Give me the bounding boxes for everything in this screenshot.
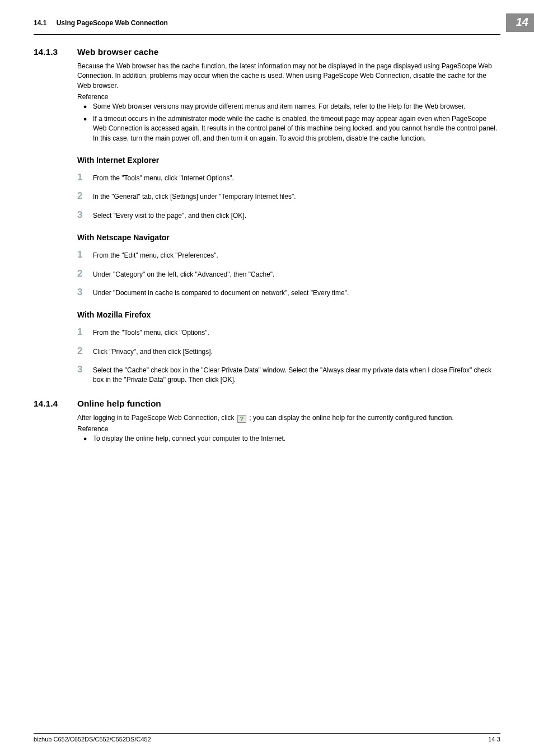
subsection-title-nn: With Netscape Navigator bbox=[77, 233, 500, 242]
step-item: 3Select the "Cache" check box in the "Cl… bbox=[77, 365, 500, 385]
list-item: ●If a timeout occurs in the administrato… bbox=[77, 114, 500, 143]
header-section-title: Using PageScope Web Connection bbox=[57, 19, 168, 27]
reference-list: ●To display the online help, connect you… bbox=[77, 434, 500, 444]
intro-paragraph: Because the Web browser has the cache fu… bbox=[77, 62, 500, 91]
step-item: 2Click "Privacy", and then click [Settin… bbox=[77, 346, 500, 357]
section-title: Online help function bbox=[77, 399, 161, 409]
subsection-title-ie: With Internet Explorer bbox=[77, 156, 500, 165]
running-header: 14.1 Using PageScope Web Connection bbox=[34, 19, 168, 27]
list-item: ●Some Web browser versions may provide d… bbox=[77, 102, 500, 112]
para-before: After logging in to PageScope Web Connec… bbox=[77, 414, 236, 422]
reference-label: Reference bbox=[77, 93, 500, 101]
step-number: 1 bbox=[77, 327, 93, 338]
reference-label: Reference bbox=[77, 425, 500, 433]
step-number: 3 bbox=[77, 210, 93, 221]
para-after: ; you can display the online help for th… bbox=[247, 414, 454, 422]
page-footer: bizhub C652/C652DS/C552/C552DS/C452 14-3 bbox=[34, 733, 500, 743]
bullet-icon: ● bbox=[77, 114, 93, 143]
bullet-icon: ● bbox=[77, 102, 93, 112]
header-section-number: 14.1 bbox=[34, 19, 46, 27]
step-item: 2In the "General" tab, click [Settings] … bbox=[77, 191, 500, 202]
footer-page-number: 14-3 bbox=[488, 736, 500, 743]
online-help-paragraph: After logging in to PageScope Web Connec… bbox=[77, 413, 500, 423]
section-title: Web browser cache bbox=[77, 47, 158, 57]
step-item: 1From the "Tools" menu, click "Options". bbox=[77, 327, 500, 338]
reference-list: ●Some Web browser versions may provide d… bbox=[77, 102, 500, 143]
chapter-badge: 14 bbox=[506, 13, 534, 32]
step-number: 2 bbox=[77, 269, 93, 279]
section-number: 14.1.4 bbox=[34, 399, 77, 409]
step-item: 1From the "Edit" menu, click "Preference… bbox=[77, 250, 500, 260]
step-number: 1 bbox=[77, 172, 93, 183]
step-number: 1 bbox=[77, 250, 93, 260]
step-number: 3 bbox=[77, 287, 93, 298]
step-number: 2 bbox=[77, 191, 93, 202]
step-item: 3Select "Every visit to the page", and t… bbox=[77, 210, 500, 221]
step-item: 1From the "Tools" menu, click "Internet … bbox=[77, 172, 500, 183]
step-number: 3 bbox=[77, 365, 93, 385]
bullet-icon: ● bbox=[77, 434, 93, 444]
footer-divider bbox=[34, 733, 500, 734]
help-icon: ? bbox=[237, 415, 246, 423]
step-item: 2Under "Category" on the left, click "Ad… bbox=[77, 269, 500, 279]
header-divider bbox=[34, 34, 500, 35]
subsection-title-ff: With Mozilla Firefox bbox=[77, 310, 500, 319]
footer-model: bizhub C652/C652DS/C552/C552DS/C452 bbox=[34, 736, 151, 743]
step-item: 3Under "Document in cache is compared to… bbox=[77, 287, 500, 298]
section-number: 14.1.3 bbox=[34, 47, 77, 57]
step-number: 2 bbox=[77, 346, 93, 357]
list-item: ●To display the online help, connect you… bbox=[77, 434, 500, 444]
